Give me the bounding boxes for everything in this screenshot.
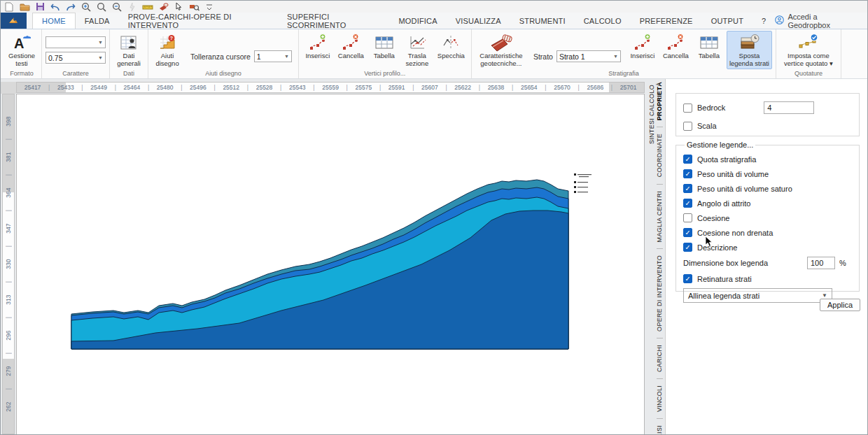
tab-visualizza[interactable]: VISUALIZZA <box>447 13 510 29</box>
vertici-tabella-button[interactable]: Tabella <box>369 31 400 62</box>
angolo-di-attrito-checkbox[interactable] <box>683 199 692 208</box>
allinea-legenda-select[interactable]: Allinea legenda strati ▼ <box>683 288 832 303</box>
side-tab-carichi[interactable]: CARICHI <box>656 345 664 372</box>
tab-modifica[interactable]: MODIFICA <box>389 13 446 29</box>
imposta-vertice-quotato-button[interactable]: Imposta come vertice quotato ▾ <box>780 31 837 69</box>
coesione-checkbox[interactable] <box>683 213 692 222</box>
delete-layer-icon <box>666 33 685 52</box>
account-link[interactable]: Accedi a Geodropbox <box>775 13 868 29</box>
aiuti-disegno-button[interactable]: ? Aiuti disegno <box>152 31 183 69</box>
peso-unità-di-volume-checkbox[interactable] <box>683 169 692 178</box>
hruler-label: 25559 <box>315 84 346 91</box>
strati-inserisci-button[interactable]: Inserisci <box>627 31 658 62</box>
tab-output[interactable]: OUTPUT <box>702 13 752 29</box>
general-data-icon <box>120 33 138 52</box>
applica-button[interactable]: Applica <box>820 299 860 311</box>
app-logo-button[interactable] <box>1 13 27 29</box>
vertical-ruler[interactable]: 398|381|364|347|330|313|296|279|262 <box>2 94 15 434</box>
legend-option-label: Peso unità di volume <box>697 170 769 178</box>
flash-icon[interactable] <box>127 1 138 12</box>
sposta-legenda-strati-button[interactable]: Sposta legenda strati <box>727 31 772 69</box>
hruler-label: 25701 <box>612 84 644 91</box>
zoom-out-icon[interactable] <box>111 1 122 12</box>
scala-label: Scala <box>697 122 717 130</box>
bedrock-checkbox[interactable] <box>683 104 692 113</box>
legend-option-label: Coesione <box>697 214 729 222</box>
quota-stratigrafia-checkbox[interactable] <box>683 155 692 164</box>
strati-cancella-button[interactable]: Cancella <box>660 31 692 62</box>
tab-superfici-scorrimento[interactable]: SUPERFICI SCORRIMENTO <box>278 13 389 29</box>
cross-section-drawing[interactable] <box>17 94 644 435</box>
tab-[interactable]: ? <box>752 13 775 29</box>
redo-icon[interactable] <box>65 1 76 12</box>
tab-falda[interactable]: FALDA <box>76 13 119 29</box>
ribbon-group-stratigrafia: Caratteristiche geotecniche... Strato St… <box>472 29 776 78</box>
undo-icon[interactable] <box>50 1 61 12</box>
side-tab-vincoli[interactable]: VINCOLI <box>656 385 664 412</box>
font-size-combo[interactable]: 0.75▼ <box>46 52 106 64</box>
strato-combo[interactable]: Strato 1▼ <box>556 50 621 62</box>
hruler-label: 25670 <box>547 84 578 91</box>
tab-prove-carichi-opere-di-intervento[interactable]: PROVE-CARICHI-OPERE DI INTERVENTO <box>119 13 278 29</box>
specchia-button[interactable]: Specchia <box>435 31 468 62</box>
delete-vertex-icon <box>342 33 360 52</box>
trasla-sezione-button[interactable]: Trasla sezione <box>402 31 433 69</box>
drawing-aids-icon: ? <box>158 33 176 52</box>
dimensione-box-input[interactable] <box>807 257 835 269</box>
scala-checkbox[interactable] <box>683 122 692 131</box>
gestione-testi-button[interactable]: A Gestione testi <box>6 31 38 69</box>
descrizione-checkbox[interactable] <box>683 243 692 252</box>
caratteristiche-geotecniche-button[interactable]: Caratteristiche geotecniche... <box>475 31 527 69</box>
peso-unità-di-volume-saturo-checkbox[interactable] <box>683 184 692 193</box>
tab-calcolo[interactable]: CALCOLO <box>575 13 631 29</box>
caratteristiche-geotecniche-label: Caratteristiche geotecniche... <box>479 52 522 67</box>
zoom-icon[interactable] <box>96 1 107 12</box>
ribbon: A Gestione testi Formato ▼ 0.75▼ Caratte… <box>1 29 868 79</box>
hruler-label: 25496 <box>182 84 214 91</box>
group-label-carattere: Carattere <box>46 69 106 78</box>
side-tab-opzioni-di-analisi[interactable]: OPZIONI DI ANALISI <box>656 425 664 435</box>
tab-home[interactable]: HOME <box>32 13 76 29</box>
strata-legend[interactable] <box>574 173 592 193</box>
pour-icon[interactable] <box>158 1 169 12</box>
hruler-label: 25512 <box>216 84 247 91</box>
horizontal-ruler[interactable]: 25417|25433|25449|25464|25480|25496|2551… <box>16 82 645 93</box>
dimensione-box-legenda-label: Dimensione box legenda <box>683 259 768 267</box>
side-tab-coordinate[interactable]: COORDINATE <box>656 134 664 177</box>
new-file-icon[interactable] <box>4 1 15 12</box>
side-tab-maglia-centri[interactable]: MAGLIA CENTRI <box>656 191 664 242</box>
insert-vertex-icon <box>309 33 327 52</box>
coesione-non-drenata-checkbox[interactable] <box>683 228 692 237</box>
zoom-in-icon[interactable] <box>80 1 92 12</box>
retinatura-strati-checkbox[interactable] <box>683 274 692 283</box>
strati-tabella-label: Tabella <box>699 52 720 60</box>
find-icon[interactable] <box>188 1 200 12</box>
tolleranza-cursore-combo[interactable]: 1▼ <box>254 50 292 62</box>
bedrock-value-input[interactable] <box>764 101 814 114</box>
open-folder-icon[interactable] <box>19 1 30 12</box>
vertici-cancella-button[interactable]: Cancella <box>335 31 367 62</box>
tab-strumenti[interactable]: STRUMENTI <box>510 13 575 29</box>
dimensione-unit-label: % <box>839 259 852 267</box>
side-tab-separator <box>657 418 663 419</box>
toolbar-options-icon[interactable] <box>204 1 215 12</box>
strati-tabella-button[interactable]: Tabella <box>694 31 724 62</box>
tab-preferenze[interactable]: PREFERENZE <box>631 13 702 29</box>
measure-icon[interactable] <box>142 1 153 12</box>
side-tab-proprietà[interactable]: PROPRIETÀ <box>656 82 664 120</box>
workspace: 25417|25433|25449|25464|25480|25496|2551… <box>1 79 868 435</box>
tolleranza-cursore-label: Tolleranza cursore <box>190 52 251 61</box>
save-icon[interactable] <box>34 1 46 12</box>
font-combo[interactable]: ▼ <box>46 36 106 48</box>
side-tab-sintesi-calcolo[interactable]: SINTESI CALCOLO <box>648 85 656 144</box>
dati-generali-button[interactable]: Dati generali <box>113 31 144 69</box>
strati-inserisci-label: Inserisci <box>630 52 654 60</box>
font-size-combo-value: 0.75 <box>48 54 62 62</box>
hruler-label: 25417 <box>17 84 48 91</box>
side-tab-opere-di-intervento[interactable]: OPERE DI INTERVENTO <box>656 255 664 331</box>
drawing-canvas[interactable] <box>16 94 645 435</box>
vertici-inserisci-button[interactable]: Inserisci <box>302 31 333 62</box>
app-window: HOMEFALDAPROVE-CARICHI-OPERE DI INTERVEN… <box>0 0 868 435</box>
cursor-icon[interactable] <box>173 1 184 12</box>
gestione-testi-label: Gestione testi <box>8 52 35 67</box>
